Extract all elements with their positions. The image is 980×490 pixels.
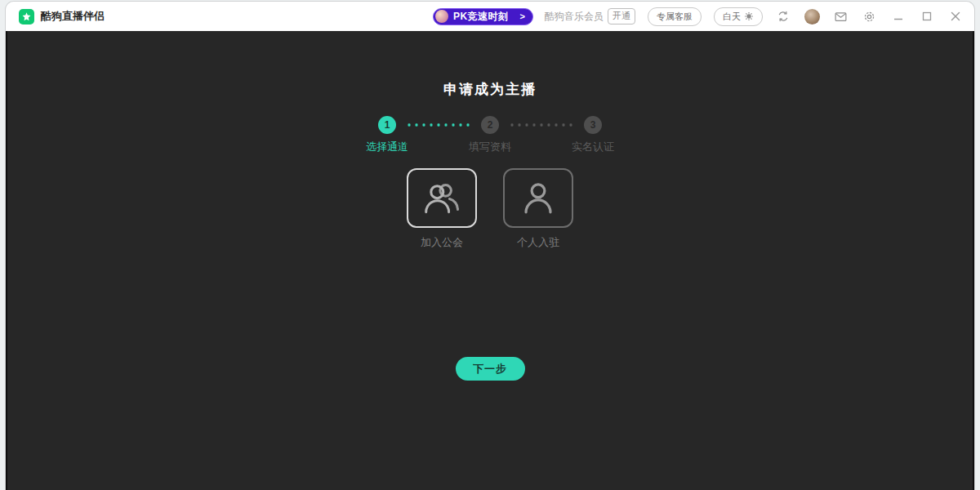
step-2-circle: 2 (481, 116, 499, 134)
step-1-label: 选择通道 (336, 140, 439, 154)
stepper-labels: 选择通道 填写资料 实名认证 (336, 140, 644, 154)
app-title: 酷狗直播伴侣 (41, 9, 105, 24)
titlebar: 酷狗直播伴侣 PK竞速时刻 > 酷狗音乐会员 开通 专属客服 白天 (6, 2, 974, 31)
step-3-circle: 3 (584, 116, 602, 134)
member-activate-button[interactable]: 开通 (608, 8, 635, 24)
group-people-icon (421, 180, 462, 217)
support-label: 专属客服 (657, 11, 693, 23)
step-3-label: 实名认证 (541, 140, 644, 154)
option-individual[interactable]: 个人入驻 (503, 168, 573, 250)
maximize-icon[interactable] (920, 9, 934, 24)
option-join-guild[interactable]: 加入公会 (407, 168, 477, 250)
user-avatar[interactable] (804, 8, 820, 24)
next-step-button[interactable]: 下一步 (456, 357, 525, 381)
join-guild-card[interactable] (407, 168, 477, 228)
apply-panel: 申请成为主播 1 2 3 选择通道 填写资料 实名认证 (7, 31, 973, 381)
kugou-logo-icon (19, 9, 34, 24)
refresh-icon[interactable] (775, 8, 791, 24)
pk-banner-label: PK竞速时刻 (453, 10, 509, 24)
individual-card[interactable] (503, 168, 573, 228)
theme-label: 白天 (723, 11, 741, 23)
stepper-connector-2 (507, 123, 576, 127)
chevron-right-icon: > (520, 11, 525, 21)
music-member-area: 酷狗音乐会员 开通 (545, 8, 635, 24)
main-content: 申请成为主播 1 2 3 选择通道 填写资料 实名认证 (6, 31, 974, 490)
channel-options: 加入公会 个人入驻 (407, 168, 573, 250)
stepper: 1 2 3 (378, 116, 602, 134)
step-1-circle: 1 (378, 116, 396, 134)
step-2-label: 填写资料 (439, 140, 541, 154)
join-guild-label: 加入公会 (421, 235, 463, 250)
close-icon[interactable] (948, 9, 963, 24)
app-window: 酷狗直播伴侣 PK竞速时刻 > 酷狗音乐会员 开通 专属客服 白天 (6, 2, 974, 490)
sun-icon (744, 11, 754, 21)
support-button[interactable]: 专属客服 (648, 7, 702, 26)
single-person-icon (519, 180, 557, 217)
stepper-connector-1 (404, 123, 473, 127)
individual-label: 个人入驻 (517, 235, 559, 250)
settings-gear-icon[interactable] (861, 8, 877, 24)
pk-avatar (435, 10, 448, 23)
page-title: 申请成为主播 (443, 80, 537, 99)
minimize-icon[interactable] (891, 9, 906, 24)
avatar-image (804, 9, 820, 24)
mail-icon[interactable] (832, 8, 849, 24)
member-label: 酷狗音乐会员 (545, 10, 604, 24)
theme-toggle[interactable]: 白天 (714, 7, 763, 26)
pk-race-banner[interactable]: PK竞速时刻 > (433, 8, 533, 25)
